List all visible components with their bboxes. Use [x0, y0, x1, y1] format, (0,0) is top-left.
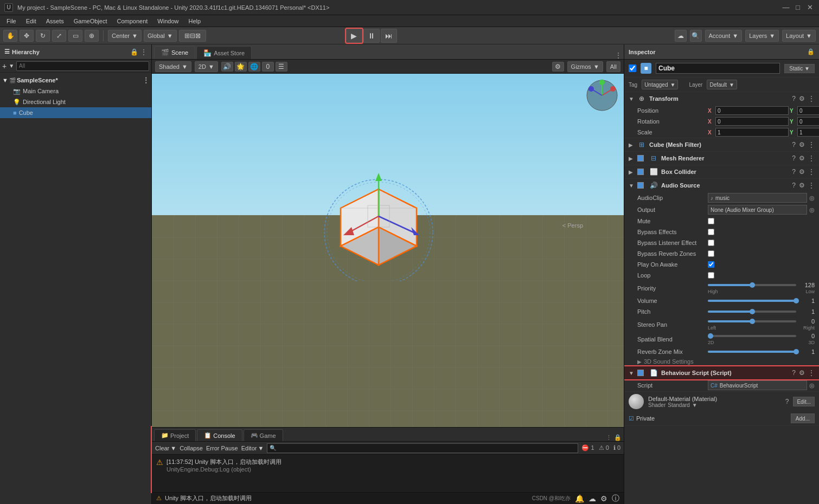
search-btn[interactable]: 🔍: [690, 30, 702, 42]
scene-options-btn[interactable]: ⋮: [143, 76, 149, 84]
hierarchy-item-cube[interactable]: ■ Cube: [0, 107, 151, 118]
output-dropdown[interactable]: None (Audio Mixer Group): [708, 205, 807, 215]
tab-scene[interactable]: 🎬 Scene: [154, 46, 195, 59]
bypass-effects-checkbox[interactable]: [708, 229, 714, 235]
rot-y-input[interactable]: [797, 117, 819, 126]
scene-view[interactable]: X Y Z < Persp: [152, 74, 624, 427]
menu-help[interactable]: Help: [184, 17, 205, 25]
audio-source-settings-btn[interactable]: ⚙: [799, 182, 805, 189]
extra-tool-btn[interactable]: ⊞⊟⊠: [179, 30, 206, 42]
transform-settings-btn[interactable]: ⚙: [799, 95, 805, 102]
rect-tool-btn[interactable]: ▭: [68, 30, 82, 42]
mesh-filter-settings-btn[interactable]: ⚙: [799, 141, 805, 148]
tab-game[interactable]: 🎮 Game: [244, 429, 283, 441]
pause-btn[interactable]: ⏸: [363, 29, 380, 43]
mesh-filter-menu-btn[interactable]: ⋮: [808, 141, 815, 148]
box-collider-menu-btn[interactable]: ⋮: [808, 168, 815, 176]
mesh-renderer-menu-btn[interactable]: ⋮: [808, 154, 815, 162]
script-field[interactable]: C# BehaviourScript: [708, 380, 807, 390]
bypass-listener-checkbox[interactable]: [708, 240, 714, 246]
move-tool-btn[interactable]: ✥: [20, 30, 34, 42]
mode-dropdown[interactable]: 2D ▼: [195, 61, 218, 72]
spatial-blend-thumb[interactable]: [708, 333, 713, 339]
tab-asset-store[interactable]: 🏪 Asset Store: [196, 46, 252, 59]
rot-x-input[interactable]: [715, 117, 789, 126]
clear-btn[interactable]: Clear ▼: [155, 445, 176, 451]
gizmos-dropdown[interactable]: Gizmos ▼: [567, 61, 603, 72]
behaviour-script-menu-btn[interactable]: ⋮: [808, 369, 815, 377]
box-collider-checkbox[interactable]: [637, 169, 644, 175]
collab-btn[interactable]: ☁: [675, 30, 687, 42]
hierarchy-menu-btn[interactable]: ⋮: [140, 48, 147, 56]
hierarchy-lock-btn[interactable]: 🔒: [130, 48, 138, 56]
hand-tool-btn[interactable]: ✋: [3, 30, 17, 42]
layer-dropdown[interactable]: Default ▼: [707, 80, 737, 89]
layout-dropdown[interactable]: Layout ▼: [782, 30, 816, 42]
center-dropdown[interactable]: Center ▼: [108, 30, 142, 42]
obj-active-checkbox[interactable]: [629, 64, 636, 72]
scene-btn1[interactable]: 🔊: [221, 62, 233, 72]
step-btn[interactable]: ⏭: [381, 29, 397, 43]
minimize-btn[interactable]: —: [781, 3, 791, 12]
mute-checkbox[interactable]: [708, 218, 714, 224]
maximize-btn[interactable]: □: [793, 3, 803, 12]
editor-btn[interactable]: Editor ▼: [241, 445, 264, 451]
scene-btn5[interactable]: ☰: [276, 62, 287, 72]
volume-thumb[interactable]: [794, 298, 799, 303]
behaviour-script-settings-btn[interactable]: ⚙: [799, 369, 805, 377]
stereo-pan-thumb[interactable]: [750, 319, 755, 324]
reverb-thumb[interactable]: [794, 349, 799, 354]
inspector-lock-btn[interactable]: 🔒: [807, 48, 815, 55]
scale-tool-btn[interactable]: ⤢: [52, 30, 66, 42]
box-collider-header[interactable]: ▶ ⬜ Box Collider ? ⚙ ⋮: [624, 165, 819, 178]
audio-source-header[interactable]: ▼ 🔊 Audio Source ? ⚙ ⋮: [624, 179, 819, 192]
scale-x-input[interactable]: [715, 128, 789, 137]
static-btn[interactable]: Static ▼: [784, 64, 815, 73]
hierarchy-add-btn[interactable]: +: [2, 62, 7, 70]
mesh-renderer-settings-btn[interactable]: ⚙: [799, 154, 805, 162]
hierarchy-dropdown-btn[interactable]: ▼: [9, 63, 14, 69]
behaviour-script-help-btn[interactable]: ?: [792, 369, 796, 377]
audio-source-help-btn[interactable]: ?: [792, 182, 796, 189]
hierarchy-item-samplescene[interactable]: ▼ 🎬 SampleScene* ⋮: [0, 75, 151, 86]
loop-checkbox[interactable]: [708, 272, 714, 279]
scale-y-input[interactable]: [797, 128, 819, 137]
scene-tool-btn[interactable]: ⚙: [552, 62, 564, 72]
all-dropdown[interactable]: All: [606, 61, 620, 72]
console-entry-0[interactable]: ⚠ [11:37:52] Unity 脚本入口，启动加载时调用 UnityEng…: [154, 457, 622, 474]
hierarchy-search-input[interactable]: [16, 61, 149, 71]
play-btn[interactable]: ▶: [346, 29, 362, 43]
add-component-btn[interactable]: Add...: [791, 413, 815, 423]
mesh-renderer-header[interactable]: ▶ ⊟ Mesh Renderer ? ⚙ ⋮: [624, 152, 819, 165]
pos-y-input[interactable]: [797, 106, 819, 115]
mesh-renderer-help-btn[interactable]: ?: [792, 154, 796, 162]
account-dropdown[interactable]: Account ▼: [705, 30, 743, 42]
menu-window[interactable]: Window: [153, 17, 183, 25]
tab-project[interactable]: 📁 Project: [154, 429, 196, 441]
output-select-btn[interactable]: ◎: [809, 206, 815, 214]
collapse-btn[interactable]: Collapse: [180, 445, 203, 451]
menu-edit[interactable]: Edit: [22, 17, 41, 25]
shading-dropdown[interactable]: Shaded ▼: [155, 61, 191, 72]
scene-btn2[interactable]: 🌟: [235, 62, 247, 72]
obj-name-input[interactable]: [656, 63, 780, 74]
menu-gameobject[interactable]: GameObject: [69, 17, 112, 25]
layers-dropdown[interactable]: Layers ▼: [745, 30, 779, 42]
audio-source-checkbox[interactable]: [637, 182, 644, 189]
bypass-reverb-checkbox[interactable]: [708, 250, 714, 257]
script-select-btn[interactable]: ◎: [809, 382, 815, 389]
console-lock-btn[interactable]: 🔒: [614, 434, 622, 441]
global-dropdown[interactable]: Global ▼: [144, 30, 177, 42]
sound-settings-section[interactable]: ▶ 3D Sound Settings: [624, 357, 819, 366]
close-btn[interactable]: ✕: [805, 3, 815, 12]
menu-file[interactable]: File: [2, 17, 21, 25]
behaviour-script-header[interactable]: ▼ 📄 Behaviour Script (Script) ? ⚙ ⋮: [624, 366, 819, 379]
edit-material-btn[interactable]: Edit...: [793, 397, 815, 406]
mesh-renderer-checkbox[interactable]: [637, 155, 644, 161]
rotate-tool-btn[interactable]: ↻: [36, 30, 50, 42]
priority-thumb[interactable]: [750, 282, 755, 288]
pitch-thumb[interactable]: [750, 309, 755, 314]
scene-panel-options[interactable]: ⋮: [615, 51, 622, 59]
hierarchy-item-directionallight[interactable]: 💡 Directional Light: [0, 96, 151, 107]
transform-help-btn[interactable]: ?: [792, 95, 796, 102]
